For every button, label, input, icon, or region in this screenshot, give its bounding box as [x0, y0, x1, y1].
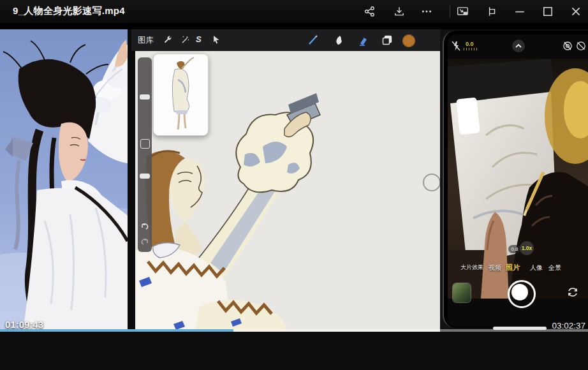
zoom-0-8-button[interactable]: 0.8	[508, 245, 521, 253]
procreate-toolbar	[131, 29, 440, 52]
gallery-button[interactable]: 图库	[138, 35, 154, 46]
redo-icon[interactable]	[140, 237, 150, 246]
exposure-ruler	[464, 48, 479, 50]
current-time: 01:09:43	[5, 319, 43, 330]
download-icon[interactable]	[393, 6, 405, 17]
canvas-floating-button[interactable]	[423, 174, 441, 191]
mode-photo[interactable]: 照片	[506, 263, 520, 272]
mode-effects[interactable]: 大片效果	[460, 263, 483, 272]
video-filename: 9_人物全身光影速写.mp4	[13, 5, 125, 17]
exposure-value[interactable]: 0.0	[466, 41, 474, 47]
brush-size-slider[interactable]	[140, 94, 150, 100]
filter-off-icon[interactable]	[562, 40, 573, 52]
close-icon[interactable]	[570, 6, 582, 17]
selection-tool[interactable]: S	[196, 34, 202, 44]
smart-off-icon[interactable]	[575, 40, 587, 52]
titlebar: 9_人物全身光影速写.mp4	[0, 0, 588, 23]
adjustments-wand-icon[interactable]	[180, 36, 189, 45]
zoom-1x-button[interactable]: 1.0x	[520, 241, 534, 255]
chevron-up-icon[interactable]	[512, 40, 525, 52]
titlebar-separator	[450, 5, 450, 18]
gallery-thumbnail[interactable]	[453, 283, 471, 302]
eraser-icon[interactable]	[357, 35, 369, 47]
undo-icon[interactable]	[140, 222, 150, 231]
mode-portrait[interactable]: 人像	[530, 263, 543, 272]
reference-thumbnail-card[interactable]	[153, 54, 209, 136]
layers-icon[interactable]	[381, 34, 393, 46]
player-window: 9_人物全身光影速写.mp4	[0, 0, 588, 370]
total-time: 03:02:37	[552, 321, 585, 330]
opacity-slider[interactable]	[140, 174, 150, 179]
more-icon[interactable]	[421, 6, 432, 17]
share-icon[interactable]	[364, 6, 376, 17]
flash-off-icon[interactable]	[450, 40, 462, 52]
dock-to-side-icon[interactable]	[486, 6, 497, 17]
smudge-icon[interactable]	[333, 34, 344, 46]
control-bar: 倍速 SVIP 高清 字幕 选集	[0, 332, 588, 370]
reference-photo	[0, 29, 128, 332]
picture-in-picture-icon[interactable]	[457, 6, 469, 17]
mode-video[interactable]: 视频	[489, 263, 501, 272]
mode-panorama[interactable]: 全景	[548, 263, 561, 272]
procreate-sidebar	[138, 57, 152, 252]
brush-icon[interactable]	[307, 34, 319, 46]
minimize-icon[interactable]	[514, 6, 526, 17]
camera-flip-icon[interactable]	[566, 286, 579, 299]
color-swatch[interactable]	[402, 34, 415, 47]
maximize-icon[interactable]	[542, 6, 554, 17]
transform-arrow-icon[interactable]	[212, 35, 221, 44]
shutter-button-inner[interactable]	[511, 284, 528, 300]
wrench-icon[interactable]	[163, 36, 172, 45]
modify-button[interactable]	[140, 139, 150, 149]
